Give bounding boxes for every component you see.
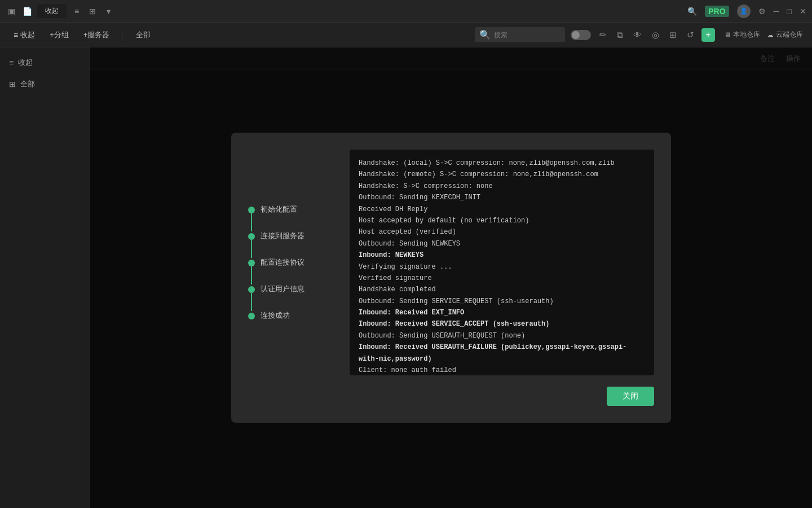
sidebar: ≡ 收起 ⊞ 全部 bbox=[0, 47, 90, 508]
file-icon[interactable]: 📄 bbox=[21, 6, 33, 17]
log-line: Handshake: S->C compression: none bbox=[359, 181, 645, 192]
steps-panel: 初始化配置连接到服务器配置连接协议认证用户信息连接成功 bbox=[248, 150, 327, 375]
log-line: Host accepted by default (no verificatio… bbox=[359, 215, 645, 226]
step-dot bbox=[248, 260, 255, 266]
titlebar-right: 🔍 PRO 👤 ⚙ ─ □ ✕ bbox=[687, 5, 806, 18]
toggle-switch[interactable] bbox=[571, 30, 591, 40]
minimize-btn[interactable]: ─ bbox=[774, 7, 779, 16]
log-line: Inbound: Received USERAUTH_FAILURE (publ… bbox=[359, 341, 645, 365]
titlebar-left: ▣ 📄 收起 ≡ ⊞ ▾ bbox=[6, 4, 114, 18]
modal-overlay: 初始化配置连接到服务器配置连接协议认证用户信息连接成功 Handshake: (… bbox=[90, 47, 812, 508]
step-item: 初始化配置 bbox=[248, 205, 327, 231]
collapse-label: 收起 bbox=[20, 30, 35, 40]
step-item: 连接到服务器 bbox=[248, 231, 327, 258]
step-label: 初始化配置 bbox=[261, 205, 297, 214]
eye-icon[interactable]: 👁 bbox=[630, 28, 645, 41]
collapse-btn[interactable]: ≡ 收起 bbox=[9, 28, 39, 42]
log-line: Client: none auth failed bbox=[359, 365, 645, 375]
sidebar-toggle-icon[interactable]: ▣ bbox=[6, 6, 17, 17]
edit-icon[interactable]: ✏ bbox=[597, 28, 610, 42]
sidebar-item-all-label: 全部 bbox=[20, 79, 35, 89]
step-item: 认证用户信息 bbox=[248, 284, 327, 311]
sidebar-item-all[interactable]: ⊞ 全部 bbox=[0, 73, 90, 95]
chevron-down-icon[interactable]: ▾ bbox=[103, 6, 114, 17]
sidebar-item-collapse-label: 收起 bbox=[18, 58, 33, 68]
add-btn[interactable]: + bbox=[701, 28, 715, 42]
titlebar: ▣ 📄 收起 ≡ ⊞ ▾ 🔍 PRO 👤 ⚙ ─ □ ✕ bbox=[0, 0, 812, 23]
add-server-label: +服务器 bbox=[83, 30, 110, 40]
step-indicator bbox=[248, 258, 255, 284]
avatar[interactable]: 👤 bbox=[737, 5, 751, 18]
step-dot bbox=[248, 207, 255, 213]
sidebar-item-collapse[interactable]: ≡ 收起 bbox=[0, 52, 90, 73]
menu-icon[interactable]: ≡ bbox=[71, 6, 82, 17]
log-line: Outbound: Sending USERAUTH_REQUEST (none… bbox=[359, 330, 645, 341]
log-line: Outbound: Sending SERVICE_REQUEST (ssh-u… bbox=[359, 296, 645, 307]
add-server-btn[interactable]: +服务器 bbox=[79, 28, 114, 42]
step-indicator bbox=[248, 284, 255, 311]
layout-icon[interactable]: ⊞ bbox=[87, 6, 98, 17]
step-dot bbox=[248, 233, 255, 240]
step-indicator bbox=[248, 205, 255, 231]
maximize-btn[interactable]: □ bbox=[787, 7, 792, 16]
step-label: 连接到服务器 bbox=[261, 231, 304, 240]
toolbar-icons: ✏ ⧉ 👁 ◎ ⊞ ↺ + bbox=[597, 28, 715, 42]
modal-inner: 初始化配置连接到服务器配置连接协议认证用户信息连接成功 Handshake: (… bbox=[248, 150, 654, 375]
add-group-label: +分组 bbox=[50, 30, 69, 40]
log-line: Inbound: Received SERVICE_ACCEPT (ssh-us… bbox=[359, 318, 645, 330]
step-line bbox=[251, 293, 252, 311]
log-line: Verifying signature ... bbox=[359, 261, 645, 273]
copy-icon[interactable]: ⧉ bbox=[614, 28, 626, 42]
step-indicator bbox=[248, 231, 255, 258]
search-input[interactable] bbox=[494, 31, 561, 39]
local-store-label: 本地仓库 bbox=[733, 30, 760, 40]
step-item: 连接成功 bbox=[248, 311, 327, 320]
titlebar-tab-label: 收起 bbox=[45, 6, 59, 16]
toolbar: ≡ 收起 +分组 +服务器 全部 🔍 ✏ ⧉ 👁 ◎ ⊞ ↺ + 🖥 本地仓库 … bbox=[0, 23, 812, 47]
cloud-btns: 🖥 本地仓库 ☁ 云端仓库 bbox=[724, 30, 803, 40]
log-panel: Handshake: (local) S->C compression: non… bbox=[350, 150, 654, 375]
settings-icon[interactable]: ⚙ bbox=[758, 7, 766, 16]
add-icon: + bbox=[705, 30, 710, 40]
target-icon[interactable]: ◎ bbox=[649, 28, 662, 42]
local-store-btn[interactable]: 🖥 本地仓库 bbox=[724, 30, 760, 40]
step-label: 连接成功 bbox=[261, 311, 290, 320]
log-line: Verified signature bbox=[359, 273, 645, 284]
step-dot bbox=[248, 313, 255, 319]
log-line: Outbound: Sending KEXECDH_INIT bbox=[359, 192, 645, 203]
log-line: Handshake completed bbox=[359, 284, 645, 295]
log-line: Received DH Reply bbox=[359, 204, 645, 215]
all-tag[interactable]: 全部 bbox=[130, 28, 156, 42]
cloud-store-icon: ☁ bbox=[767, 31, 774, 39]
close-btn[interactable]: 关闭 bbox=[607, 387, 654, 406]
step-line bbox=[251, 266, 252, 284]
titlebar-tab[interactable]: 收起 bbox=[37, 4, 67, 18]
grid-icon[interactable]: ⊞ bbox=[667, 28, 679, 42]
log-line: Host accepted (verified) bbox=[359, 226, 645, 238]
all-icon: ⊞ bbox=[9, 80, 16, 89]
step-label: 认证用户信息 bbox=[261, 284, 304, 294]
cloud-store-btn[interactable]: ☁ 云端仓库 bbox=[767, 30, 803, 40]
log-line: Outbound: Sending NEWKEYS bbox=[359, 238, 645, 249]
close-btn-row: 关闭 bbox=[248, 387, 654, 406]
add-group-btn[interactable]: +分组 bbox=[45, 28, 73, 42]
toolbar-divider bbox=[122, 29, 122, 41]
log-line: Handshake: (remote) S->C compression: no… bbox=[359, 169, 645, 180]
log-line: Inbound: Received EXT_INFO bbox=[359, 307, 645, 318]
main-layout: ≡ 收起 ⊞ 全部 备注 操作 初始化配置连接到服务器配置连接协议认证用户信息连… bbox=[0, 47, 812, 508]
close-window-btn[interactable]: ✕ bbox=[800, 7, 806, 16]
content: 备注 操作 初始化配置连接到服务器配置连接协议认证用户信息连接成功 Handsh… bbox=[90, 47, 812, 508]
collapse-sidebar-icon: ≡ bbox=[9, 58, 14, 67]
pro-badge: PRO bbox=[705, 6, 729, 17]
step-indicator bbox=[248, 311, 255, 319]
search-icon[interactable]: 🔍 bbox=[687, 7, 697, 16]
refresh-icon[interactable]: ↺ bbox=[684, 28, 697, 42]
log-line: Inbound: NEWKEYS bbox=[359, 249, 645, 261]
modal: 初始化配置连接到服务器配置连接协议认证用户信息连接成功 Handshake: (… bbox=[231, 133, 671, 423]
toolbar-search[interactable]: 🔍 bbox=[475, 27, 565, 42]
step-label: 配置连接协议 bbox=[261, 258, 304, 267]
step-item: 配置连接协议 bbox=[248, 258, 327, 284]
log-line: Handshake: (local) S->C compression: non… bbox=[359, 157, 645, 169]
collapse-icon: ≡ bbox=[14, 30, 18, 40]
cloud-store-label: 云端仓库 bbox=[776, 30, 803, 40]
